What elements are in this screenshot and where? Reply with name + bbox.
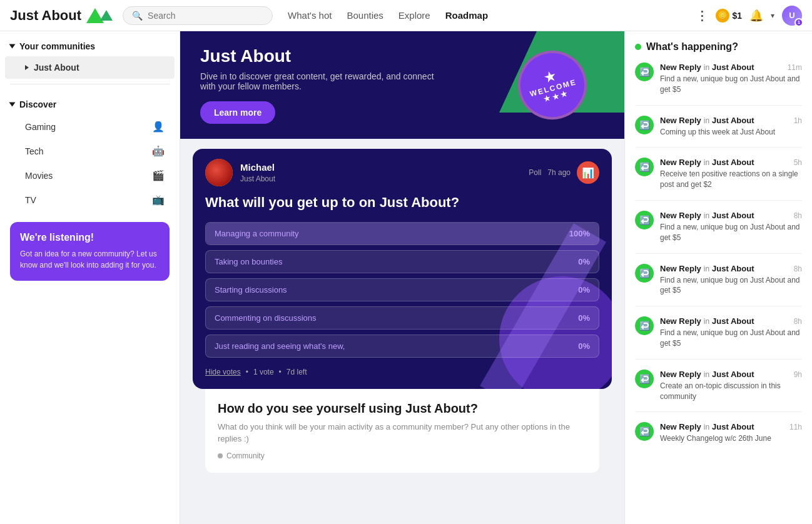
bell-icon[interactable]: 🔔 — [749, 9, 763, 23]
activity-item-1[interactable]: ↩️ New Reply in Just About 1h Coming up … — [635, 116, 802, 148]
logo[interactable]: Just About — [10, 8, 113, 24]
post-card: Michael Just About Poll 7h ago 📊 What wi… — [193, 149, 612, 389]
sidebar-item-tv-left: TV — [25, 195, 36, 205]
activity-icon-7: ↩️ — [635, 422, 654, 441]
poll-option-1[interactable]: Taking on bounties 0% — [205, 250, 599, 273]
post-author-name: Michael — [240, 162, 275, 173]
activity-community-7: Just About — [712, 422, 754, 431]
activity-content-7: New Reply in Just About 11h Weekly Chang… — [660, 422, 802, 444]
sidebar-divider-1 — [10, 84, 170, 84]
poll-option-3[interactable]: Commenting on discussions 0% — [205, 306, 599, 330]
your-communities-section[interactable]: Your communities — [0, 31, 180, 56]
activity-header-0: New Reply in Just About 11m — [660, 63, 802, 72]
activity-type-0: New Reply — [660, 63, 701, 72]
activity-community-0: Just About — [712, 63, 754, 72]
sidebar-item-just-about-left: Just About — [25, 63, 79, 73]
chevron-down-icon[interactable]: ▾ — [771, 11, 774, 20]
sidebar-item-movies[interactable]: Movies 🎬 — [5, 163, 175, 188]
activity-item-6[interactable]: ↩️ New Reply in Just About 9h Create an … — [635, 370, 802, 413]
poll-option-text-2: Starting discussions — [215, 285, 287, 295]
activity-item-0[interactable]: ↩️ New Reply in Just About 11m Find a ne… — [635, 63, 802, 106]
nav-link-explore[interactable]: Explore — [398, 10, 430, 21]
activity-header-2: New Reply in Just About 5h — [660, 158, 802, 167]
activity-type-4: New Reply — [660, 264, 701, 273]
search-bar[interactable]: 🔍 — [123, 6, 273, 25]
poll-option-4[interactable]: Just reading and seeing what's new, 0% — [205, 335, 599, 358]
activity-content-5: New Reply in Just About 8h Find a new, u… — [660, 316, 802, 349]
hide-votes-link[interactable]: Hide votes — [205, 368, 241, 376]
sidebar-item-tv[interactable]: TV 📺 — [5, 188, 175, 212]
nav-link-roadmap[interactable]: Roadmap — [445, 10, 488, 21]
poll-option-pct-3: 0% — [578, 313, 590, 323]
activity-in-6: in — [704, 370, 709, 379]
discover-section[interactable]: Discover — [0, 89, 180, 114]
activity-item-7[interactable]: ↩️ New Reply in Just About 11h Weekly Ch… — [635, 422, 802, 454]
poll-option-text-0: Managing a community — [215, 229, 298, 238]
activity-in-3: in — [704, 211, 709, 220]
activity-type-1: New Reply — [660, 116, 701, 125]
activity-icon-2: ↩️ — [635, 158, 654, 176]
activity-community-5: Just About — [712, 316, 754, 326]
activity-item-2[interactable]: ↩️ New Reply in Just About 5h Receive te… — [635, 158, 802, 201]
activity-time-3: 8h — [794, 211, 802, 220]
activity-desc-7: Weekly Changelog w/c 26th June — [660, 433, 802, 444]
nav-links: What's hot Bounties Explore Roadmap — [288, 10, 488, 21]
movies-icon: 🎬 — [152, 169, 165, 181]
search-input[interactable] — [148, 11, 260, 21]
poll-time-left: 7d left — [287, 368, 307, 376]
activity-item-5[interactable]: ↩️ New Reply in Just About 8h Find a new… — [635, 316, 802, 360]
activity-in-0: in — [704, 63, 709, 72]
community-dot-icon — [218, 453, 223, 458]
activity-icon-5: ↩️ — [635, 316, 654, 335]
activity-type-5: New Reply — [660, 316, 701, 326]
nav-link-bounties[interactable]: Bounties — [347, 10, 383, 21]
activity-desc-1: Coming up this week at Just About — [660, 127, 802, 138]
nav-link-whats-hot[interactable]: What's hot — [288, 10, 332, 21]
post-author: Michael Just About — [205, 159, 275, 186]
poll-separator-2: • — [279, 368, 282, 376]
avatar[interactable]: U 1 — [782, 6, 802, 26]
poll-vote-count: 1 vote — [253, 368, 274, 376]
poll-option-0[interactable]: Managing a community 100% — [205, 222, 599, 245]
post-type: Poll — [529, 168, 541, 177]
activity-content-1: New Reply in Just About 1h Coming up thi… — [660, 116, 802, 138]
activity-desc-4: Find a new, unique bug on Just About and… — [660, 275, 802, 296]
listening-title: We're listening! — [20, 232, 160, 243]
avatar-badge: 1 — [794, 18, 803, 27]
learn-more-button[interactable]: Learn more — [200, 101, 275, 124]
poll-chart-button[interactable]: 📊 — [577, 161, 599, 184]
poll-option-pct-0: 100% — [569, 229, 590, 238]
coin-icon: 🪙 — [716, 9, 729, 23]
sidebar-item-tech-label: Tech — [25, 146, 44, 156]
discussion-desc-text: What do you think will be your main acti… — [218, 422, 570, 444]
poll-option-2[interactable]: Starting discussions 0% — [205, 278, 599, 301]
activity-header-1: New Reply in Just About 1h — [660, 116, 802, 125]
activity-desc-3: Find a new, unique bug on Just About and… — [660, 222, 802, 243]
activity-desc-6: Create an on-topic discussion in this co… — [660, 381, 802, 402]
sidebar-item-movies-label: Movies — [25, 171, 53, 181]
activity-in-7: in — [704, 423, 709, 431]
activity-content-0: New Reply in Just About 11m Find a new, … — [660, 63, 802, 95]
navbar: Just About 🔍 What's hot Bounties Explore… — [0, 0, 812, 31]
sidebar: Your communities Just About Discover Gam… — [0, 31, 180, 524]
welcome-text: Just About Dive in to discover great con… — [200, 46, 450, 124]
activity-content-3: New Reply in Just About 8h Find a new, u… — [660, 211, 802, 243]
activity-community-1: Just About — [712, 116, 754, 125]
activity-content-6: New Reply in Just About 9h Create an on-… — [660, 370, 802, 402]
tech-icon: 🤖 — [152, 145, 165, 157]
poll-footer: Hide votes • 1 vote • 7d left — [205, 363, 599, 376]
more-options-icon[interactable]: ⋮ — [696, 8, 708, 23]
activity-item-4[interactable]: ↩️ New Reply in Just About 8h Find a new… — [635, 264, 802, 307]
activity-item-3[interactable]: ↩️ New Reply in Just About 8h Find a new… — [635, 211, 802, 254]
discover-caret — [9, 103, 16, 107]
post-meta: Poll 7h ago 📊 — [529, 161, 599, 184]
activity-type-6: New Reply — [660, 370, 701, 379]
welcome-stamp: ★ WELCOME ★ ★ ★ — [518, 51, 587, 119]
activity-in-5: in — [704, 317, 709, 326]
sidebar-item-tech[interactable]: Tech 🤖 — [5, 139, 175, 163]
coins-badge[interactable]: 🪙 $1 — [716, 9, 742, 23]
community-tag-label: Community — [226, 451, 265, 460]
activity-time-0: 11m — [788, 63, 802, 72]
sidebar-item-gaming[interactable]: Gaming 👤 — [5, 114, 175, 139]
sidebar-item-just-about[interactable]: Just About — [5, 56, 175, 79]
